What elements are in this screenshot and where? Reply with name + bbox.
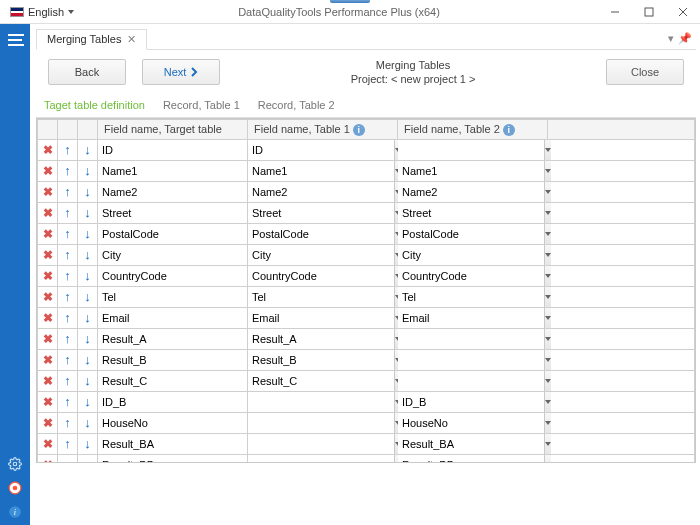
move-down-icon[interactable]: ↓ <box>84 142 91 157</box>
chevron-down-icon[interactable] <box>544 266 551 286</box>
table2-field-select[interactable] <box>398 203 544 223</box>
table1-field-select[interactable] <box>248 350 394 370</box>
table2-field-select[interactable] <box>398 350 544 370</box>
delete-row-icon[interactable]: ✖ <box>43 143 53 157</box>
table2-field-select[interactable] <box>398 392 544 412</box>
table1-field-select[interactable] <box>248 392 394 412</box>
table1-field-select[interactable] <box>248 224 394 244</box>
tab-pin-icon[interactable]: 📌 <box>678 32 692 45</box>
tab-dropdown-icon[interactable]: ▾ <box>668 32 674 45</box>
target-field-input[interactable] <box>98 309 247 327</box>
move-down-icon[interactable]: ↓ <box>84 415 91 430</box>
language-selector[interactable]: English <box>4 6 80 18</box>
move-up-icon[interactable]: ↑ <box>64 457 71 463</box>
target-field-input[interactable] <box>98 435 247 453</box>
target-field-input[interactable] <box>98 288 247 306</box>
move-down-icon[interactable]: ↓ <box>84 226 91 241</box>
delete-row-icon[interactable]: ✖ <box>43 437 53 451</box>
move-down-icon[interactable]: ↓ <box>84 373 91 388</box>
chevron-down-icon[interactable] <box>544 287 551 307</box>
table2-field-select[interactable] <box>398 308 544 328</box>
move-up-icon[interactable]: ↑ <box>64 184 71 199</box>
chevron-down-icon[interactable] <box>544 413 551 433</box>
move-down-icon[interactable]: ↓ <box>84 436 91 451</box>
move-up-icon[interactable]: ↑ <box>64 415 71 430</box>
chevron-down-icon[interactable] <box>544 245 551 265</box>
delete-row-icon[interactable]: ✖ <box>43 248 53 262</box>
close-button[interactable]: Close <box>606 59 684 85</box>
table1-field-select[interactable] <box>248 434 394 454</box>
move-down-icon[interactable]: ↓ <box>84 352 91 367</box>
table1-field-select[interactable] <box>248 245 394 265</box>
table1-field-select[interactable] <box>248 266 394 286</box>
document-tab[interactable]: Merging Tables ✕ <box>36 29 147 50</box>
move-up-icon[interactable]: ↑ <box>64 247 71 262</box>
chevron-down-icon[interactable] <box>544 392 551 412</box>
chevron-down-icon[interactable] <box>544 203 551 223</box>
delete-row-icon[interactable]: ✖ <box>43 311 53 325</box>
target-field-input[interactable] <box>98 225 247 243</box>
help-icon[interactable] <box>8 481 22 495</box>
move-down-icon[interactable]: ↓ <box>84 331 91 346</box>
delete-row-icon[interactable]: ✖ <box>43 353 53 367</box>
table2-field-select[interactable] <box>398 329 544 349</box>
delete-row-icon[interactable]: ✖ <box>43 269 53 283</box>
chevron-down-icon[interactable] <box>544 140 551 160</box>
chevron-down-icon[interactable] <box>544 329 551 349</box>
move-down-icon[interactable]: ↓ <box>84 163 91 178</box>
table1-field-select[interactable] <box>248 455 394 463</box>
chevron-down-icon[interactable] <box>544 182 551 202</box>
table1-field-select[interactable] <box>248 203 394 223</box>
delete-row-icon[interactable]: ✖ <box>43 416 53 430</box>
move-up-icon[interactable]: ↑ <box>64 310 71 325</box>
target-field-input[interactable] <box>98 162 247 180</box>
target-field-input[interactable] <box>98 267 247 285</box>
delete-row-icon[interactable]: ✖ <box>43 164 53 178</box>
chevron-down-icon[interactable] <box>544 224 551 244</box>
move-up-icon[interactable]: ↑ <box>64 394 71 409</box>
delete-row-icon[interactable]: ✖ <box>43 206 53 220</box>
table1-field-select[interactable] <box>248 140 394 160</box>
move-up-icon[interactable]: ↑ <box>64 226 71 241</box>
chevron-down-icon[interactable] <box>544 350 551 370</box>
move-down-icon[interactable]: ↓ <box>84 205 91 220</box>
move-down-icon[interactable]: ↓ <box>84 184 91 199</box>
table2-field-select[interactable] <box>398 287 544 307</box>
move-down-icon[interactable]: ↓ <box>84 310 91 325</box>
table2-field-select[interactable] <box>398 245 544 265</box>
table2-field-select[interactable] <box>398 182 544 202</box>
move-down-icon[interactable]: ↓ <box>84 457 91 463</box>
move-up-icon[interactable]: ↑ <box>64 163 71 178</box>
subtab-target-definition[interactable]: Taget table definition <box>44 99 145 111</box>
delete-row-icon[interactable]: ✖ <box>43 458 53 463</box>
target-field-input[interactable] <box>98 414 247 432</box>
move-down-icon[interactable]: ↓ <box>84 289 91 304</box>
move-down-icon[interactable]: ↓ <box>84 394 91 409</box>
table2-field-select[interactable] <box>398 371 544 391</box>
chevron-down-icon[interactable] <box>544 308 551 328</box>
chevron-down-icon[interactable] <box>544 161 551 181</box>
table1-field-select[interactable] <box>248 329 394 349</box>
move-up-icon[interactable]: ↑ <box>64 373 71 388</box>
target-field-input[interactable] <box>98 204 247 222</box>
target-field-input[interactable] <box>98 330 247 348</box>
move-up-icon[interactable]: ↑ <box>64 436 71 451</box>
move-down-icon[interactable]: ↓ <box>84 247 91 262</box>
table2-field-select[interactable] <box>398 161 544 181</box>
move-up-icon[interactable]: ↑ <box>64 142 71 157</box>
table1-field-select[interactable] <box>248 371 394 391</box>
delete-row-icon[interactable]: ✖ <box>43 227 53 241</box>
target-field-input[interactable] <box>98 183 247 201</box>
move-up-icon[interactable]: ↑ <box>64 205 71 220</box>
move-down-icon[interactable]: ↓ <box>84 268 91 283</box>
close-tab-icon[interactable]: ✕ <box>127 33 136 46</box>
table2-field-select[interactable] <box>398 266 544 286</box>
chevron-down-icon[interactable] <box>544 434 551 454</box>
table2-field-select[interactable] <box>398 140 544 160</box>
target-field-input[interactable] <box>98 246 247 264</box>
minimize-button[interactable] <box>598 0 632 24</box>
chevron-down-icon[interactable] <box>544 371 551 391</box>
table1-field-select[interactable] <box>248 182 394 202</box>
delete-row-icon[interactable]: ✖ <box>43 332 53 346</box>
info-icon[interactable]: i <box>353 124 365 136</box>
